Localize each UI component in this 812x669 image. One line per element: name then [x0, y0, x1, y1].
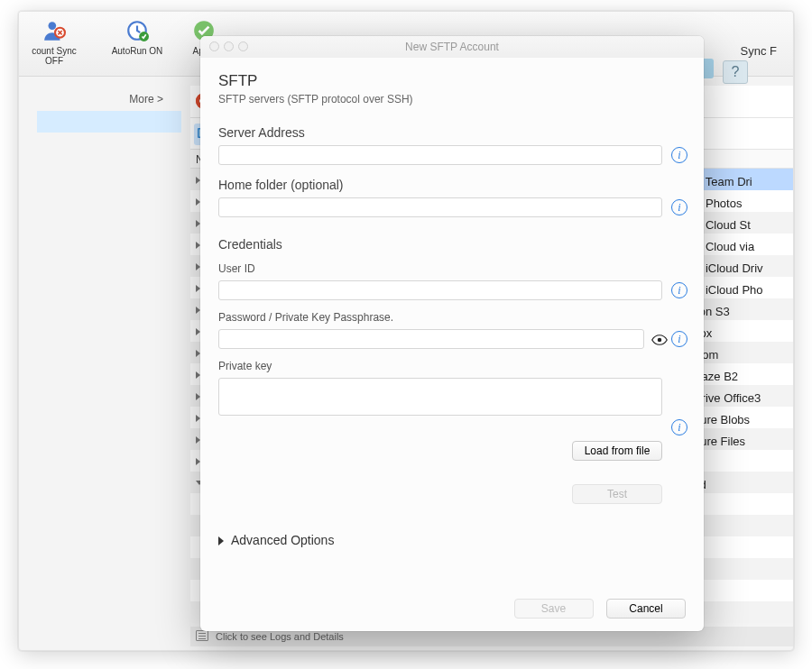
- dialog-heading: SFTP: [218, 72, 686, 90]
- load-from-file-button[interactable]: Load from file: [572, 441, 662, 461]
- user-sync-icon: [42, 19, 66, 42]
- server-address-label: Server Address: [218, 125, 686, 140]
- server-address-input[interactable]: [218, 145, 662, 165]
- private-key-input[interactable]: [218, 378, 662, 416]
- toolbar-sync[interactable]: count Sync OFF: [23, 19, 86, 66]
- svg-point-10: [658, 338, 662, 343]
- svg-point-0: [49, 22, 57, 30]
- credentials-label: Credentials: [218, 237, 686, 252]
- advanced-options-toggle[interactable]: Advanced Options: [218, 533, 686, 547]
- info-icon[interactable]: i: [671, 331, 687, 347]
- cancel-button[interactable]: Cancel: [606, 599, 686, 619]
- info-icon[interactable]: i: [671, 419, 687, 435]
- window-zoom-icon[interactable]: [238, 41, 248, 51]
- eye-icon[interactable]: [651, 332, 668, 348]
- save-button[interactable]: Save: [514, 599, 594, 619]
- disclosure-triangle-icon: [218, 536, 224, 545]
- toolbar-sync-label: count Sync OFF: [32, 46, 76, 66]
- dialog-title: New SFTP Account: [405, 41, 499, 53]
- status-bar-text: Click to see Logs and Details: [216, 631, 344, 642]
- logs-icon: [196, 630, 208, 641]
- home-folder-label: Home folder (optional): [218, 178, 686, 192]
- test-button[interactable]: Test: [572, 484, 662, 504]
- user-id-input[interactable]: [218, 280, 662, 300]
- more-link[interactable]: More >: [109, 93, 163, 105]
- info-icon[interactable]: i: [671, 282, 687, 298]
- info-icon[interactable]: i: [671, 147, 687, 163]
- window-close-icon[interactable]: [209, 41, 219, 51]
- clock-autorun-icon: [125, 19, 149, 42]
- advanced-options-label: Advanced Options: [231, 533, 334, 547]
- sync-label-right: Sync F: [741, 44, 777, 58]
- toolbar-autorun[interactable]: AutoRun ON: [106, 19, 169, 56]
- toolbar-autorun-label: AutoRun ON: [112, 46, 163, 56]
- info-icon[interactable]: i: [671, 199, 687, 215]
- window-minimize-icon[interactable]: [224, 41, 234, 51]
- password-input[interactable]: [218, 329, 644, 349]
- home-folder-input[interactable]: [218, 197, 662, 217]
- sidebar-selected-item[interactable]: [37, 111, 181, 133]
- dialog-titlebar: New SFTP Account: [200, 36, 704, 58]
- user-id-label: User ID: [218, 262, 686, 275]
- dialog-subheading: SFTP servers (SFTP protocol over SSH): [218, 93, 686, 105]
- help-button[interactable]: ?: [723, 60, 748, 84]
- password-label: Password / Private Key Passphrase.: [218, 311, 686, 324]
- new-sftp-account-dialog: New SFTP Account SFTP SFTP servers (SFTP…: [200, 36, 704, 631]
- private-key-label: Private key: [218, 360, 686, 372]
